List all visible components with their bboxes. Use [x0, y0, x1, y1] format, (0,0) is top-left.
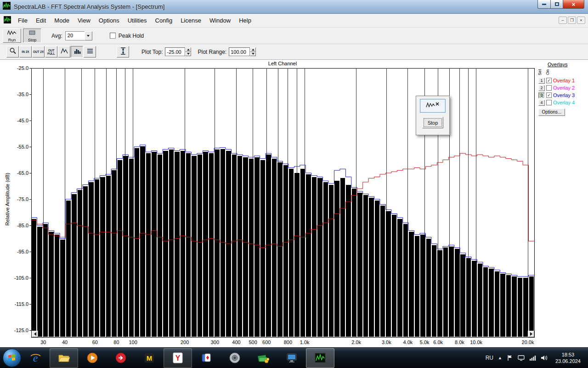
- svg-text:Y: Y: [175, 354, 181, 362]
- scroll-right-button[interactable]: [528, 331, 534, 337]
- overlay-2-set-button[interactable]: 2: [538, 85, 545, 91]
- spin-down-icon: [185, 52, 191, 57]
- mdi-restore-button[interactable]: ❐: [568, 17, 576, 24]
- tray-display-icon[interactable]: [518, 355, 525, 361]
- menu-file[interactable]: File: [14, 15, 32, 26]
- overlay-1-checkbox[interactable]: ✓: [546, 78, 552, 83]
- taskbar-m-app-icon[interactable]: M: [135, 348, 164, 368]
- svg-text:-55.0: -55.0: [17, 144, 28, 150]
- taskbar-speaker-app-icon[interactable]: [220, 348, 249, 368]
- avg-label: Avg:: [51, 33, 62, 39]
- zoom-in-2x-button[interactable]: IN 2X: [19, 46, 32, 58]
- svg-text:M: M: [147, 354, 153, 362]
- plot-top-spinner[interactable]: [185, 47, 191, 56]
- menu-license[interactable]: License: [176, 15, 205, 26]
- mdi-minimize-button[interactable]: –: [559, 17, 567, 24]
- overlays-options-button[interactable]: Options...: [538, 109, 565, 116]
- plot-range-spinner[interactable]: [250, 47, 256, 56]
- overlay-row-3: 3 ✓ Overlay 3: [538, 92, 575, 98]
- menu-edit[interactable]: Edit: [32, 15, 50, 26]
- document-icon: [4, 16, 11, 25]
- menu-help[interactable]: Help: [235, 15, 255, 26]
- avg-combobox[interactable]: 20: [65, 31, 92, 40]
- tray-flag-icon[interactable]: [507, 355, 513, 361]
- peak-curve-icon: [61, 47, 68, 57]
- menu-config[interactable]: Config: [151, 15, 177, 26]
- plot-range-input[interactable]: [229, 47, 250, 56]
- mini-stop-button[interactable]: Stop: [422, 117, 443, 128]
- plot-top-input[interactable]: [165, 47, 185, 56]
- overlays-title: Overlays: [548, 62, 567, 67]
- menu-options[interactable]: Options: [95, 15, 124, 26]
- menu-view[interactable]: View: [74, 15, 95, 26]
- overlay-3-set-button[interactable]: 3: [538, 92, 545, 98]
- windows-logo-icon: [8, 354, 16, 362]
- vertical-scale-button[interactable]: [117, 46, 129, 58]
- taskbar-spectralab-icon[interactable]: [306, 348, 334, 368]
- taskbar-media-player-icon[interactable]: [78, 348, 107, 368]
- peak-hold-checkbox[interactable]: [110, 33, 116, 39]
- spectrum-plot: -25.0-35.0-45.0-55.0-65.0-75.0-85.0-95.0…: [0, 60, 588, 347]
- taskbar-computer-icon[interactable]: [277, 348, 306, 368]
- scroll-left-button[interactable]: [32, 331, 38, 337]
- zoom-out-2x-button[interactable]: OUT 2X: [32, 46, 45, 58]
- tray-volume-icon[interactable]: [541, 355, 548, 361]
- overlay-1-set-button[interactable]: 1: [538, 78, 545, 84]
- app-icon: [3, 2, 11, 12]
- vertical-scale-icon: [120, 47, 126, 57]
- zoom-out-full-button[interactable]: OUT FULL: [45, 46, 57, 58]
- svg-text:10.0k: 10.0k: [470, 339, 482, 345]
- line-display-button[interactable]: [84, 46, 96, 58]
- taskbar-clock[interactable]: 18:53 23.06.2024: [553, 351, 583, 365]
- spin-down-icon: [250, 52, 256, 57]
- overlay-4-checkbox[interactable]: [546, 100, 552, 105]
- overlay-3-label[interactable]: Overlay 3: [553, 92, 575, 98]
- tray-network-icon[interactable]: [529, 355, 536, 361]
- run-button[interactable]: Run: [3, 29, 21, 43]
- minimize-button[interactable]: [537, 0, 551, 9]
- taskbar-red-circle-app-icon[interactable]: [107, 348, 135, 368]
- mini-wave-button[interactable]: [420, 99, 446, 113]
- svg-text:200: 200: [181, 339, 189, 345]
- overlay-4-label[interactable]: Overlay 4: [553, 100, 575, 105]
- menu-utilities[interactable]: Utilities: [124, 15, 151, 26]
- spin-up-icon: [250, 47, 256, 52]
- peak-curve-button[interactable]: [58, 46, 70, 58]
- plot-range-label: Plot Range:: [198, 49, 226, 55]
- svg-text:2.0k: 2.0k: [351, 339, 361, 345]
- taskbar-explorer-icon[interactable]: [50, 348, 78, 368]
- taskbar: e M Y RU ▲: [0, 347, 588, 368]
- svg-text:-65.0: -65.0: [17, 170, 28, 176]
- taskbar-yandex-browser-icon[interactable]: Y: [164, 348, 192, 368]
- overlay-3-checkbox[interactable]: ✓: [546, 92, 552, 98]
- start-button[interactable]: [3, 349, 21, 367]
- svg-text:600: 600: [262, 339, 271, 345]
- clock-date: 23.06.2024: [555, 358, 581, 364]
- overlay-2-label[interactable]: Overlay 2: [553, 85, 575, 91]
- svg-text:-105.0: -105.0: [14, 275, 28, 281]
- avg-dropdown-arrow-icon[interactable]: [85, 31, 92, 40]
- taskbar-ie-icon[interactable]: e: [21, 348, 50, 368]
- mini-control-panel: Stop: [416, 96, 450, 135]
- svg-text:e: e: [33, 352, 38, 364]
- language-indicator[interactable]: RU: [486, 355, 493, 361]
- overlay-1-label[interactable]: Overlay 1: [553, 78, 575, 83]
- stop-button[interactable]: Stop: [23, 29, 41, 43]
- close-button[interactable]: ×: [563, 0, 584, 9]
- maximize-button[interactable]: [551, 0, 563, 9]
- magnifier-icon: [9, 47, 17, 57]
- taskbar-cards-game-icon[interactable]: [192, 348, 220, 368]
- taskbar-money-app-icon[interactable]: [249, 348, 277, 368]
- mdi-close-button[interactable]: ×: [577, 17, 585, 24]
- bar-display-button[interactable]: [71, 46, 83, 58]
- zoom-button[interactable]: [6, 46, 19, 58]
- tray-expand-icon[interactable]: ▲: [498, 356, 502, 360]
- plot-top-label: Plot Top:: [141, 49, 163, 55]
- menu-window[interactable]: Window: [205, 15, 235, 26]
- svg-text:-125.0: -125.0: [14, 328, 28, 333]
- svg-text:6.0k: 6.0k: [433, 339, 443, 345]
- overlay-2-checkbox[interactable]: [546, 85, 552, 91]
- spin-up-icon: [185, 47, 191, 52]
- menu-mode[interactable]: Mode: [50, 15, 74, 26]
- overlay-4-set-button[interactable]: 4: [538, 100, 545, 106]
